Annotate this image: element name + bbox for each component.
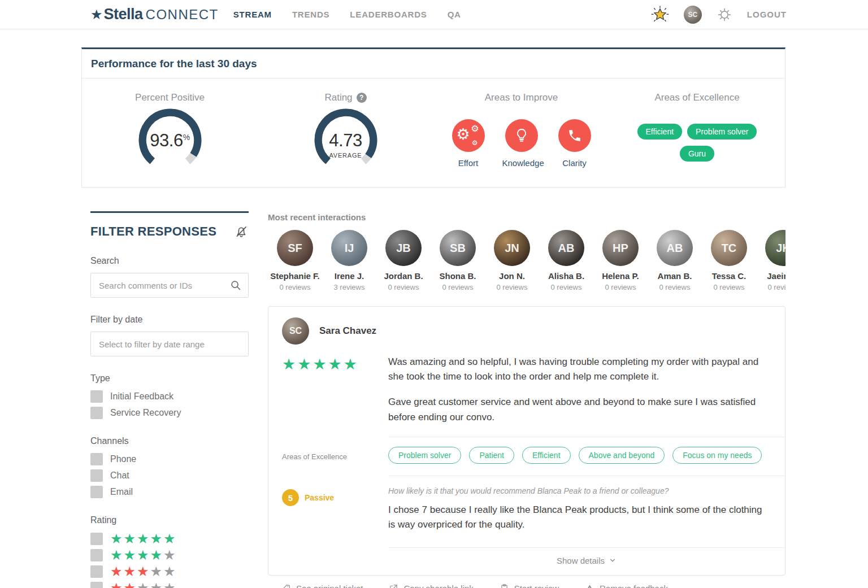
review-card: SC Sara Chavez ★★★★★ Was amazing and so … <box>268 306 785 576</box>
areas-of-excellence-column: Areas of Excellence Efficient Problem so… <box>609 88 785 175</box>
primary-nav: STREAM TRENDS LEADERBOARDS QA <box>233 10 461 19</box>
person-tessa[interactable]: TC Tessa C. 0 reviews <box>702 230 756 291</box>
excellence-tag: Efficient <box>637 124 683 140</box>
person-review-count: 0 reviews <box>268 283 322 291</box>
avatar: AB <box>657 230 693 266</box>
type-option-service-recovery: Service Recovery <box>90 407 249 419</box>
date-range-input[interactable] <box>90 332 249 356</box>
nav-tab-leaderboards[interactable]: LEADERBOARDS <box>350 10 427 19</box>
rating-column: Rating ? 4.73 AVERAGE <box>258 88 433 175</box>
improve-item-effort: ⚙⚙⚙ Effort <box>449 119 488 168</box>
gears-icon: ⚙⚙⚙ <box>452 119 485 152</box>
nav-tab-trends[interactable]: TRENDS <box>292 10 329 19</box>
filter-by-date-label: Filter by date <box>90 315 249 325</box>
rating-average-label: AVERAGE <box>303 152 388 159</box>
person-jon[interactable]: JN Jon N. 0 reviews <box>485 230 539 291</box>
logo-star-icon: ★ <box>90 7 103 23</box>
app-logo[interactable]: ★ Stella CONNECT <box>90 6 219 23</box>
lightbulb-icon <box>505 119 538 152</box>
rating-help-icon[interactable]: ? <box>357 93 367 103</box>
areas-to-improve-column: Areas to Improve ⚙⚙⚙ Effort <box>433 88 609 175</box>
excellence-tag: Patient <box>469 447 514 464</box>
nav-tab-qa[interactable]: QA <box>448 10 461 19</box>
improve-item-label: Knowledge <box>502 158 541 168</box>
person-alisha[interactable]: AB Alisha B. 0 reviews <box>539 230 593 291</box>
checkbox[interactable] <box>90 533 103 545</box>
performance-panel-title: Performance for the last 30 days <box>82 49 785 79</box>
see-original-ticket-button[interactable]: See original ticket <box>281 583 363 588</box>
nav-tab-stream[interactable]: STREAM <box>233 10 272 19</box>
performance-panel: Performance for the last 30 days Percent… <box>81 47 785 188</box>
avatar: JB <box>385 230 422 266</box>
avatar: JK <box>765 230 785 266</box>
percent-positive-column: Percent Positive 93.6% <box>82 88 258 175</box>
show-details-button[interactable]: Show details <box>557 556 617 565</box>
start-review-button[interactable]: Start review <box>500 583 559 588</box>
nps-question: How likely is it that you would recommen… <box>388 486 768 495</box>
star-rating: ★★★★★ <box>110 581 177 588</box>
mute-bell-icon[interactable] <box>234 224 249 239</box>
person-review-count: 0 reviews <box>702 283 756 291</box>
user-avatar[interactable]: SC <box>684 6 702 24</box>
person-review-count: 0 reviews <box>376 283 431 291</box>
person-helena[interactable]: HP Helena P. 0 reviews <box>593 230 648 291</box>
person-review-count: 0 reviews <box>431 283 485 291</box>
logo-brand-name: Stella <box>104 6 143 23</box>
person-name: Alisha B. <box>539 271 593 282</box>
logout-button[interactable]: LOGOUT <box>747 10 787 19</box>
recent-interactions-strip: SF Stephanie F. 0 reviews IJ Irene J. 3 … <box>268 230 785 291</box>
channel-option-chat: Chat <box>90 469 249 482</box>
excellence-tag: Guru <box>680 146 714 162</box>
share-icon <box>389 583 398 588</box>
search-input[interactable] <box>90 273 249 298</box>
checkbox[interactable] <box>90 407 103 419</box>
checkbox[interactable] <box>90 565 103 578</box>
rating-filter-row-3: ★★★★★ <box>90 565 249 578</box>
checkbox[interactable] <box>90 453 103 465</box>
remove-feedback-button[interactable]: Remove feedback <box>585 583 668 588</box>
sparkle-star-icon[interactable] <box>651 6 669 24</box>
areas-to-improve-label: Areas to Improve <box>485 92 558 103</box>
customer-avatar: SC <box>282 317 309 345</box>
person-stephanie[interactable]: SF Stephanie F. 0 reviews <box>268 230 322 291</box>
filter-sidebar: FILTER RESPONSES Search <box>90 211 249 588</box>
avatar: SB <box>440 230 476 266</box>
checkbox[interactable] <box>90 390 103 403</box>
person-review-count: 0 reviews <box>485 283 539 291</box>
phone-icon <box>558 119 591 152</box>
stream-main: Most recent interactions SF Stephanie F.… <box>268 211 785 588</box>
person-name: Jaein K. <box>756 271 785 282</box>
checkbox-label: Phone <box>110 454 136 464</box>
person-name: Stephanie F. <box>268 271 322 282</box>
copy-sharable-link-button[interactable]: Copy sharable link <box>389 583 473 588</box>
improve-item-label: Effort <box>449 158 488 168</box>
checkbox[interactable] <box>90 469 103 482</box>
settings-gear-icon[interactable] <box>717 7 732 23</box>
percent-positive-value: 93.6% <box>128 130 212 151</box>
person-irene[interactable]: IJ Irene J. 3 reviews <box>322 230 376 291</box>
percent-positive-label: Percent Positive <box>135 92 205 103</box>
checkbox[interactable] <box>90 549 103 561</box>
person-name: Helena P. <box>593 271 648 282</box>
customer-name: Sara Chavez <box>319 325 376 337</box>
person-jordan[interactable]: JB Jordan B. 0 reviews <box>376 230 431 291</box>
avatar: SF <box>277 230 313 266</box>
person-review-count: 3 reviews <box>322 283 376 291</box>
checkbox[interactable] <box>90 486 103 498</box>
avatar: JN <box>494 230 530 266</box>
person-aman[interactable]: AB Aman B. 0 reviews <box>648 230 702 291</box>
excellence-tag: Efficient <box>522 447 571 464</box>
top-nav-bar: ★ Stella CONNECT STREAM TRENDS LEADERBOA… <box>0 0 868 29</box>
checkbox[interactable] <box>90 582 103 588</box>
person-jaein[interactable]: JK Jaein K. 0 reviews <box>756 230 785 291</box>
rating-filter-row-5: ★★★★★ <box>90 532 249 546</box>
person-review-count: 0 reviews <box>756 283 785 291</box>
person-shona[interactable]: SB Shona B. 0 reviews <box>431 230 485 291</box>
improve-item-label: Clarity <box>555 158 594 168</box>
rating-filter-row-2: ★★★★★ <box>90 581 249 588</box>
checkbox-label: Email <box>110 487 133 497</box>
person-name: Irene J. <box>322 271 376 282</box>
avatar: TC <box>711 230 747 266</box>
checkbox-label: Initial Feedback <box>110 391 173 402</box>
nps-score: 5 <box>282 489 299 506</box>
